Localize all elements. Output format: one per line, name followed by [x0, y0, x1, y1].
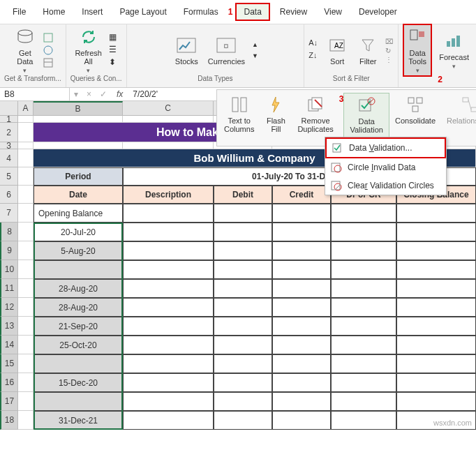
- row-8[interactable]: 8: [0, 223, 18, 241]
- cell[interactable]: [214, 223, 272, 241]
- cell[interactable]: [396, 279, 476, 298]
- date-cell[interactable]: 31-Dec-21: [34, 411, 123, 430]
- cell[interactable]: [123, 298, 214, 317]
- cell[interactable]: [331, 373, 396, 392]
- get-data-button[interactable]: Get Data ▾: [12, 25, 38, 75]
- cell[interactable]: [396, 317, 476, 336]
- row-5[interactable]: 5: [0, 167, 18, 186]
- row-10[interactable]: 10: [0, 260, 18, 279]
- cell[interactable]: [123, 260, 214, 279]
- cell[interactable]: [396, 336, 476, 354]
- cell[interactable]: [18, 298, 34, 317]
- data-tools-button[interactable]: Data Tools ▾: [403, 24, 432, 77]
- cell[interactable]: [331, 298, 396, 317]
- header-credit[interactable]: Credit: [272, 186, 331, 204]
- tab-view[interactable]: View: [317, 4, 349, 20]
- tab-review[interactable]: Review: [273, 4, 314, 20]
- cell[interactable]: [18, 142, 34, 149]
- menu-circle-invalid[interactable]: Circle Invalid Data: [325, 158, 446, 176]
- from-text-icon[interactable]: [43, 32, 54, 43]
- cell[interactable]: [18, 223, 34, 241]
- row-1[interactable]: 1: [0, 116, 18, 123]
- cell[interactable]: [272, 223, 331, 241]
- cell[interactable]: [123, 116, 214, 123]
- stocks-button[interactable]: Stocks: [172, 33, 201, 67]
- col-B[interactable]: B: [34, 101, 123, 115]
- scroll-up-icon[interactable]: ▲: [252, 41, 258, 48]
- date-cell[interactable]: 21-Sep-20: [34, 317, 123, 336]
- flash-fill-button[interactable]: Flash Fill: [260, 93, 292, 144]
- row-3[interactable]: 3: [0, 142, 18, 149]
- cell[interactable]: [123, 336, 214, 354]
- cell[interactable]: [396, 241, 476, 260]
- cell[interactable]: [331, 354, 396, 373]
- tab-insert[interactable]: Insert: [75, 4, 110, 20]
- cell[interactable]: [272, 411, 331, 430]
- from-table-icon[interactable]: [43, 57, 54, 68]
- cell[interactable]: [272, 336, 331, 354]
- cell[interactable]: [331, 241, 396, 260]
- cell[interactable]: [214, 317, 272, 336]
- cell[interactable]: [272, 298, 331, 317]
- cell[interactable]: [272, 279, 331, 298]
- row-4[interactable]: 4: [0, 149, 18, 167]
- opening-balance-cell[interactable]: Opening Balance: [34, 204, 123, 223]
- cell[interactable]: [18, 241, 34, 260]
- cell[interactable]: [331, 411, 396, 430]
- row-17[interactable]: 17: [0, 392, 18, 411]
- fx-icon[interactable]: fx: [111, 89, 128, 99]
- date-cell[interactable]: [34, 260, 123, 279]
- cell[interactable]: [123, 204, 214, 223]
- clear-filter-icon[interactable]: ⌧: [385, 38, 394, 45]
- cell[interactable]: [34, 142, 123, 149]
- cell[interactable]: [214, 204, 272, 223]
- cell[interactable]: [331, 317, 396, 336]
- cell[interactable]: [123, 354, 214, 373]
- select-all-corner[interactable]: [0, 101, 18, 115]
- sort-button[interactable]: AZ Sort: [324, 33, 350, 67]
- cell[interactable]: [272, 260, 331, 279]
- row-2[interactable]: 2: [0, 123, 18, 142]
- cell[interactable]: [396, 204, 476, 223]
- cell[interactable]: [214, 298, 272, 317]
- forecast-button[interactable]: Forecast ▾: [436, 29, 472, 71]
- row-18[interactable]: 18: [0, 411, 18, 430]
- cell[interactable]: [396, 354, 476, 373]
- cell[interactable]: [331, 279, 396, 298]
- cell[interactable]: [123, 373, 214, 392]
- cell[interactable]: [214, 411, 272, 430]
- cell[interactable]: [272, 241, 331, 260]
- cell[interactable]: [396, 373, 476, 392]
- cell[interactable]: [331, 260, 396, 279]
- cell[interactable]: [214, 241, 272, 260]
- cell[interactable]: [331, 392, 396, 411]
- cell[interactable]: [18, 373, 34, 392]
- cell[interactable]: [18, 123, 34, 142]
- row-7[interactable]: 7: [0, 204, 18, 223]
- cell[interactable]: [18, 354, 34, 373]
- cell[interactable]: [123, 411, 214, 430]
- cell[interactable]: [18, 336, 34, 354]
- cell[interactable]: [123, 392, 214, 411]
- tab-home[interactable]: Home: [36, 4, 72, 20]
- cell[interactable]: [18, 116, 34, 123]
- tab-file[interactable]: File: [6, 4, 33, 20]
- cell[interactable]: [214, 392, 272, 411]
- cell[interactable]: [18, 392, 34, 411]
- header-date[interactable]: Date: [34, 186, 123, 204]
- cell[interactable]: [396, 260, 476, 279]
- cell[interactable]: [18, 411, 34, 430]
- queries-icon[interactable]: ▦: [109, 32, 120, 43]
- header-description[interactable]: Description: [123, 186, 214, 204]
- row-9[interactable]: 9: [0, 241, 18, 260]
- col-C[interactable]: C: [123, 101, 214, 115]
- cell[interactable]: [396, 392, 476, 411]
- row-13[interactable]: 13: [0, 317, 18, 336]
- cell[interactable]: [123, 142, 214, 149]
- cell[interactable]: [123, 279, 214, 298]
- date-cell[interactable]: 25-Oct-20: [34, 336, 123, 354]
- currencies-button[interactable]: ¤ Currencies: [205, 33, 248, 67]
- cell[interactable]: [331, 336, 396, 354]
- cell[interactable]: [214, 279, 272, 298]
- row-16[interactable]: 16: [0, 373, 18, 392]
